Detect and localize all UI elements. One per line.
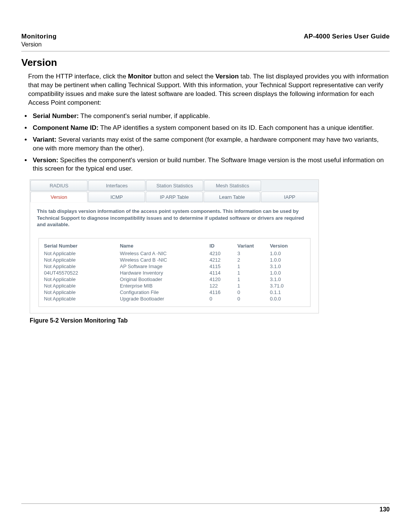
cell-variant: 1 — [237, 263, 270, 270]
panel-description: This tab displays version information of… — [37, 208, 312, 228]
cell-name: Wireless Card B -NIC — [120, 257, 210, 263]
col-serial-number: Serial Number — [44, 242, 120, 250]
tab-interfaces[interactable]: Interfaces — [88, 180, 145, 191]
cell-variant: 2 — [237, 257, 270, 263]
tab-radius[interactable]: RADIUS — [30, 180, 88, 191]
bullet-item: Version: Specifies the component's versi… — [31, 156, 390, 174]
cell-name: Hardware Inventory — [120, 270, 210, 276]
intro-bold-version: Version — [215, 73, 239, 80]
bullet-item: Component Name ID: The AP identifies a s… — [31, 124, 390, 133]
cell-serial: Not Applicable — [44, 289, 120, 296]
section-intro: From the HTTP interface, click the Monit… — [28, 72, 390, 107]
bullet-label: Component Name ID: — [33, 124, 99, 131]
table-row: Not ApplicableWireless Card B -NIC421221… — [44, 257, 305, 263]
cell-id: 4116 — [210, 289, 237, 296]
cell-version: 3.1.0 — [270, 263, 304, 270]
tab-blank — [262, 180, 318, 191]
header-divider — [21, 51, 390, 51]
tab-iapp[interactable]: IAPP — [261, 192, 318, 202]
bullet-item: Serial Number: The component's serial nu… — [31, 112, 390, 121]
panel-body: This tab displays version information of… — [30, 203, 319, 313]
cell-version: 1.0.0 — [270, 250, 304, 257]
table-row: Not ApplicableOriginal Bootloader412013.… — [44, 276, 305, 283]
page-number: 130 — [21, 506, 390, 513]
header-left: Monitoring Version — [21, 33, 57, 48]
header-subsection: Version — [21, 41, 57, 48]
tab-icmp[interactable]: ICMP — [88, 192, 145, 202]
bullet-text: Several variants may exist of the same c… — [33, 136, 379, 152]
cell-serial: Not Applicable — [44, 283, 120, 289]
cell-name: Configuration File — [120, 289, 210, 296]
tab-learn-table[interactable]: Learn Table — [204, 192, 261, 202]
cell-id: 4210 — [210, 250, 237, 257]
bullet-text: Specifies the component's version or bui… — [33, 157, 384, 173]
cell-serial: Not Applicable — [44, 263, 120, 270]
table-row: Not ApplicableConfiguration File411600.1… — [44, 289, 305, 296]
cell-variant: 3 — [237, 250, 270, 257]
tab-version[interactable]: Version — [30, 192, 88, 202]
bullet-list: Serial Number: The component's serial nu… — [31, 112, 390, 174]
cell-version: 0.1.1 — [270, 289, 304, 296]
cell-id: 122 — [210, 283, 237, 289]
cell-serial: Not Applicable — [44, 257, 120, 263]
version-table: Serial Number Name ID Variant Version No… — [44, 242, 305, 302]
bullet-label: Variant: — [33, 136, 56, 143]
cell-name: AP Software Image — [120, 263, 210, 270]
section-title: Version — [21, 57, 390, 69]
bullet-item: Variant: Several variants may exist of t… — [31, 136, 390, 153]
cell-variant: 1 — [237, 283, 270, 289]
bullet-text: The component's serial number, if applic… — [79, 112, 210, 120]
col-name: Name — [120, 242, 210, 250]
cell-version: 1.0.0 — [270, 257, 304, 263]
tab-ip-arp-table[interactable]: IP ARP Table — [146, 192, 203, 202]
figure-caption: Figure 5-2 Version Monitoring Tab — [30, 317, 390, 324]
intro-bold-monitor: Monitor — [128, 73, 151, 80]
cell-version: 3.71.0 — [270, 283, 304, 289]
version-table-box: Serial Number Name ID Variant Version No… — [38, 238, 311, 307]
bullet-text: The AP identifies a system component bas… — [99, 124, 374, 131]
table-row: 04UT45570522Hardware Inventory411411.0.0 — [44, 270, 305, 276]
cell-variant: 1 — [237, 276, 270, 283]
cell-name: Wireless Card A -NIC — [120, 250, 210, 257]
cell-version: 3.1.0 — [270, 276, 304, 283]
cell-id: 4212 — [210, 257, 237, 263]
intro-text: From the HTTP interface, click the — [28, 73, 128, 80]
cell-id: 4120 — [210, 276, 237, 283]
intro-text: button and select the — [152, 73, 215, 80]
cell-variant: 0 — [237, 289, 270, 296]
col-variant: Variant — [237, 242, 270, 250]
cell-id: 4115 — [210, 263, 237, 270]
col-version: Version — [270, 242, 304, 250]
cell-name: Upgrade Bootloader — [120, 296, 210, 302]
version-panel: RADIUS Interfaces Station Statistics Mes… — [30, 179, 319, 313]
page-header: Monitoring Version AP-4000 Series User G… — [21, 33, 390, 48]
col-id: ID — [210, 242, 237, 250]
table-row: Not ApplicableAP Software Image411513.1.… — [44, 263, 305, 270]
table-row: Not ApplicableEnterprise MIB12213.71.0 — [44, 283, 305, 289]
page-footer: 130 — [21, 503, 390, 513]
header-guide-title: AP-4000 Series User Guide — [304, 33, 390, 40]
cell-variant: 0 — [237, 296, 270, 302]
footer-divider — [21, 503, 390, 504]
cell-name: Original Bootloader — [120, 276, 210, 283]
header-section: Monitoring — [21, 33, 57, 40]
tab-mesh-statistics[interactable]: Mesh Statistics — [204, 180, 261, 191]
table-header-row: Serial Number Name ID Variant Version — [44, 242, 305, 250]
lower-tab-row: Version ICMP IP ARP Table Learn Table IA… — [30, 191, 319, 203]
cell-id: 0 — [210, 296, 237, 302]
cell-serial: Not Applicable — [44, 296, 120, 302]
cell-id: 4114 — [210, 270, 237, 276]
cell-version: 0.0.0 — [270, 296, 304, 302]
table-row: Not ApplicableWireless Card A -NIC421031… — [44, 250, 305, 257]
cell-version: 1.0.0 — [270, 270, 304, 276]
cell-variant: 1 — [237, 270, 270, 276]
tab-station-statistics[interactable]: Station Statistics — [146, 180, 203, 191]
bullet-label: Serial Number: — [33, 112, 79, 120]
table-row: Not ApplicableUpgrade Bootloader000.0.0 — [44, 296, 305, 302]
cell-serial: 04UT45570522 — [44, 270, 120, 276]
cell-serial: Not Applicable — [44, 250, 120, 257]
cell-serial: Not Applicable — [44, 276, 120, 283]
bullet-label: Version: — [33, 157, 58, 164]
cell-name: Enterprise MIB — [120, 283, 210, 289]
upper-tab-row: RADIUS Interfaces Station Statistics Mes… — [30, 180, 319, 191]
